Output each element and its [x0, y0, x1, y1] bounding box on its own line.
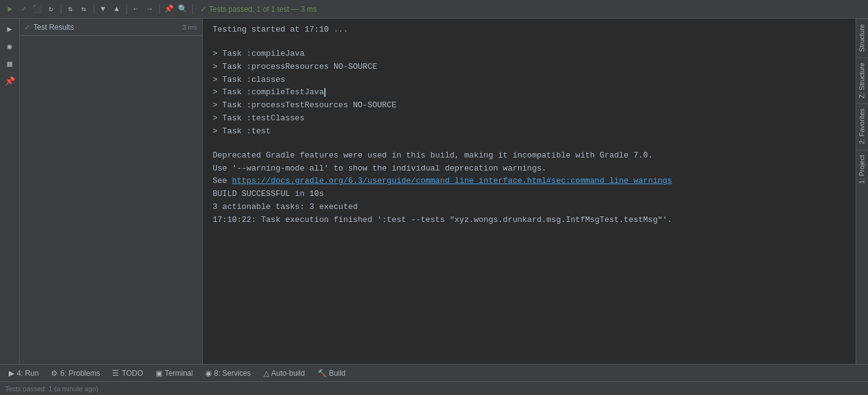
- expand-all-icon[interactable]: ▲: [110, 3, 123, 16]
- tab-auto-build[interactable]: △ Auto-build: [257, 365, 311, 381]
- output-line-5: > Task :compileTestJava: [213, 86, 846, 99]
- search-icon[interactable]: 🔍: [176, 3, 188, 16]
- run-configs-icon[interactable]: ▶: [2, 21, 18, 37]
- sort-az-icon[interactable]: ⇅: [64, 3, 76, 16]
- toolbar-sep5: [192, 4, 193, 14]
- stop-icon[interactable]: ⬛: [31, 3, 43, 16]
- tab-build-label: Build: [329, 369, 346, 378]
- toolbar-sep2: [94, 4, 94, 14]
- tab-terminal-label: Terminal: [165, 369, 193, 378]
- test-panel-time: 3 ms: [182, 24, 197, 31]
- test-status: ✓ Tests passed: 1 of 1 test — 3 ms: [200, 5, 317, 14]
- tab-services-label: 8: Services: [214, 369, 250, 378]
- toolbar-sep3: [126, 4, 127, 14]
- auto-build-icon: △: [264, 369, 269, 378]
- check-circle-icon[interactable]: ✓: [17, 3, 30, 16]
- sidebar-item-z-structure[interactable]: Z: Structure: [856, 57, 868, 103]
- output-line-2: > Task :compileJava: [213, 48, 846, 61]
- tab-auto-build-label: Auto-build: [272, 369, 305, 378]
- gradle-docs-link[interactable]: https://docs.gradle.org/6.3/userguide/co…: [232, 176, 672, 185]
- bookmark-icon[interactable]: ◉: [2, 38, 18, 55]
- test-panel-header: ✓ Test Results 3 ms: [20, 19, 202, 36]
- build-icon: 🔨: [317, 369, 327, 378]
- tab-run-label: 4: Run: [17, 369, 38, 378]
- pin2-icon[interactable]: 📌: [2, 73, 18, 89]
- play-icon[interactable]: ▶: [4, 3, 16, 16]
- output-line-9: Deprecated Gradle features were used in …: [213, 149, 846, 162]
- test-results-panel: ✓ Test Results 3 ms: [20, 19, 203, 364]
- tab-services[interactable]: ◉ 8: Services: [199, 365, 257, 381]
- sidebar-item-favorites[interactable]: 2: Favorites: [856, 103, 868, 149]
- sort-za-icon[interactable]: ⇆: [78, 3, 90, 16]
- cursor: [324, 88, 326, 97]
- main-toolbar: ▶ ✓ ⬛ ↻ ⇅ ⇆ ▼ ▲ ← → 📌 🔍 ✓ Tests passed: …: [0, 0, 868, 19]
- output-line-7: > Task :testClasses: [213, 112, 846, 125]
- output-line-8: > Task :test: [213, 125, 846, 138]
- terminal-icon: ▣: [156, 369, 162, 378]
- tab-run[interactable]: ▶ 4: Run: [2, 365, 45, 381]
- previous-icon[interactable]: ←: [130, 3, 142, 16]
- toolbar-status-text: Tests passed: 1 of 1 test — 3 ms: [209, 5, 317, 14]
- right-side-tabs: Structure Z: Structure 2: Favorites 1: P…: [856, 19, 868, 364]
- output-blank-2: [213, 138, 846, 149]
- pin-icon[interactable]: 📌: [162, 3, 175, 16]
- output-line-11: See https://docs.gradle.org/6.3/userguid…: [213, 175, 846, 188]
- sidebar-item-structure[interactable]: Structure: [856, 19, 868, 57]
- test-pass-icon: ✓: [25, 22, 30, 32]
- output-area[interactable]: Testing started at 17:10 ... > Task :com…: [203, 19, 856, 364]
- output-line-10: Use '--warning-mode all' to show the ind…: [213, 162, 846, 175]
- tab-build[interactable]: 🔨 Build: [311, 365, 352, 381]
- status-check-icon: ✓: [200, 5, 206, 14]
- output-line-12: BUILD SUCCESSFUL in 10s: [213, 188, 846, 201]
- rerun-icon[interactable]: ↻: [45, 3, 57, 16]
- output-line-13: 3 actionable tasks: 3 executed: [213, 201, 846, 214]
- toolbar-sep4: [159, 4, 160, 14]
- output-line-14: 17:10:22: Task execution finished ':test…: [213, 214, 846, 227]
- output-blank-1: [213, 37, 846, 48]
- collapse-all-icon[interactable]: ▼: [97, 3, 109, 16]
- sidebar-item-project[interactable]: 1: Project: [856, 149, 868, 189]
- status-bar-text: Tests passed: 1 (a minute ago): [5, 385, 98, 393]
- todo-icon: ☰: [112, 369, 119, 378]
- tab-todo-label: TODO: [122, 369, 143, 378]
- output-line-6: > Task :processTestResources NO-SOURCE: [213, 99, 846, 112]
- tab-terminal[interactable]: ▣ Terminal: [149, 365, 199, 381]
- problems-icon: ⚙: [51, 369, 58, 378]
- tab-problems-label: 6: Problems: [60, 369, 100, 378]
- output-line-3: > Task :processResources NO-SOURCE: [213, 61, 846, 74]
- bottom-toolbar: ▶ 4: Run ⚙ 6: Problems ☰ TODO ▣ Terminal…: [0, 364, 868, 381]
- main-area: ▶ ◉ ▦ 📌 ✓ Test Results 3 ms Testing star…: [0, 19, 868, 364]
- output-line-1: Testing started at 17:10 ...: [213, 24, 846, 37]
- toolbar-sep1: [61, 4, 61, 14]
- services-icon: ◉: [205, 369, 211, 378]
- run-icon: ▶: [9, 369, 14, 378]
- tab-todo[interactable]: ☰ TODO: [106, 365, 149, 381]
- tab-problems[interactable]: ⚙ 6: Problems: [45, 365, 106, 381]
- left-sidebar-icons: ▶ ◉ ▦ 📌: [0, 19, 20, 364]
- layers-icon[interactable]: ▦: [2, 56, 18, 72]
- test-panel-title: Test Results: [33, 23, 182, 32]
- status-bar: Tests passed: 1 (a minute ago): [0, 381, 868, 395]
- next-icon[interactable]: →: [143, 3, 156, 16]
- output-line-4: > Task :classes: [213, 74, 846, 87]
